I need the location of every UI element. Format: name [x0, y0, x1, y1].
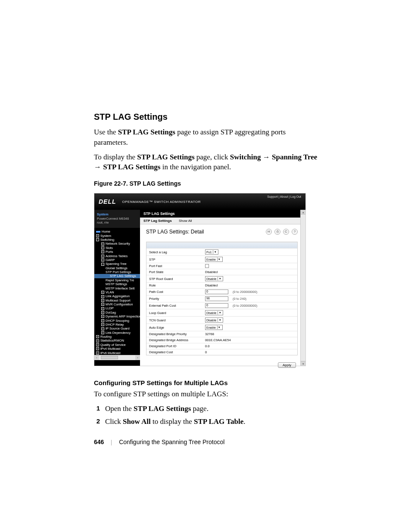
form-row: Loop GuardDisable▾ — [146, 309, 297, 316]
expand-icon[interactable] — [101, 303, 104, 306]
nav-item[interactable]: DHCP Relay — [106, 323, 124, 327]
expand-icon[interactable] — [101, 311, 104, 314]
nav-item[interactable]: Ports — [106, 250, 113, 254]
scroll-down-icon[interactable]: ▾ — [301, 361, 305, 366]
text-input[interactable]: 0 — [205, 303, 228, 308]
form-row: Port StateDisabled — [146, 269, 297, 275]
nav-item[interactable]: Network Security — [106, 242, 130, 246]
subsection-heading: Configuring STP Settings for Multiple LA… — [94, 379, 318, 386]
expand-icon[interactable] — [101, 323, 104, 326]
expand-icon[interactable] — [101, 258, 104, 261]
nav-spanning-tree[interactable]: Spanning Tree — [106, 262, 127, 266]
print-icon[interactable]: ⎙ — [274, 229, 280, 235]
text-bold: Spanning Tree — [272, 153, 317, 161]
expand-icon[interactable] — [101, 255, 104, 258]
nav-item[interactable]: Multicast Support — [106, 299, 131, 302]
readonly-value: 32768 — [205, 332, 214, 336]
expand-icon[interactable] — [96, 343, 99, 346]
checkbox[interactable] — [205, 264, 209, 268]
nav-item[interactable]: Global Settings — [106, 266, 128, 270]
text-bold: Switching — [230, 153, 261, 161]
nav-item[interactable]: DHCP Snooping — [106, 319, 129, 323]
expand-icon[interactable] — [101, 295, 104, 298]
expand-icon[interactable] — [96, 352, 99, 355]
scroll-up-icon[interactable]: ▴ — [301, 210, 305, 215]
nav-item[interactable]: IPv6 Multicast — [100, 351, 121, 355]
text-input[interactable]: 0 — [205, 289, 228, 294]
nav-item[interactable]: GARP — [106, 258, 115, 262]
readonly-value: Disabled — [205, 283, 218, 287]
expand-icon[interactable] — [101, 331, 104, 334]
app-title: OPENMANAGE™ SWITCH ADMINISTRATOR — [122, 200, 201, 204]
expand-icon[interactable] — [101, 315, 104, 318]
tab-stp-lag-settings[interactable]: STP Lag Settings — [143, 219, 172, 223]
nav-item[interactable]: Link Dependency — [106, 331, 131, 335]
expand-icon[interactable] — [96, 347, 99, 350]
nav-item[interactable]: Routing — [100, 335, 112, 339]
nav-item[interactable]: IPv4 Multicast — [100, 347, 121, 351]
form-header-strip — [146, 242, 297, 248]
expand-icon[interactable] — [96, 339, 99, 342]
select-dropdown[interactable]: Disable▾ — [205, 310, 223, 315]
banner-links[interactable]: Support | About | Log Out — [267, 195, 301, 198]
select-dropdown[interactable]: Enable▾ — [205, 325, 223, 330]
nav-item[interactable]: MSTP Settings — [106, 282, 127, 286]
expand-icon[interactable] — [101, 246, 104, 249]
readonly-value: 0 — [205, 350, 207, 354]
select-dropdown[interactable]: Po1▾ — [205, 249, 218, 255]
nav-item[interactable]: STP Port Settings — [106, 270, 131, 274]
vertical-scrollbar[interactable]: ▴ ▾ — [300, 210, 305, 366]
text: page, click — [195, 153, 230, 161]
scroll-right-icon[interactable]: › — [135, 355, 140, 360]
nav-item[interactable]: Rapid Spanning Tre — [106, 278, 134, 282]
nav-item[interactable]: VLAN — [106, 290, 114, 294]
collapse-icon[interactable] — [96, 238, 99, 241]
expand-icon[interactable] — [101, 307, 104, 310]
form-row: STP Root GuardDisable▾ — [146, 275, 297, 282]
nav-item[interactable]: Statistics/RMON — [100, 339, 124, 342]
help-icon[interactable]: ? — [292, 229, 298, 235]
nav-item[interactable]: MSTP Interface Sett — [106, 286, 134, 290]
save-icon[interactable]: H — [266, 229, 272, 235]
nav-item[interactable]: Dot1ag — [106, 311, 116, 314]
nav-item[interactable]: Slots — [106, 246, 113, 250]
readonly-value: 0.0 — [205, 344, 209, 348]
field-label: STP Root Guard — [149, 277, 205, 281]
refresh-icon[interactable]: C — [283, 229, 289, 235]
nav-item[interactable]: LLDP — [106, 306, 114, 310]
form-row: STPEnable▾ — [146, 255, 297, 263]
collapse-icon[interactable] — [101, 263, 104, 266]
nav-system[interactable]: System — [100, 234, 111, 238]
expand-icon[interactable] — [101, 291, 104, 294]
expand-icon[interactable] — [101, 299, 104, 302]
nav-home[interactable]: Home — [102, 230, 110, 233]
expand-icon[interactable] — [101, 327, 104, 330]
text-input[interactable]: 96 — [205, 296, 228, 301]
apply-button[interactable]: Apply — [278, 362, 296, 368]
nav-item[interactable]: MVR Configuration — [106, 302, 133, 306]
scroll-thumb[interactable] — [101, 356, 118, 359]
expand-icon[interactable] — [101, 243, 104, 246]
expand-icon[interactable] — [96, 335, 99, 338]
expand-icon[interactable] — [101, 319, 104, 322]
nav-item[interactable]: Dynamic ARP Inspection — [106, 314, 140, 318]
select-dropdown[interactable]: Enable▾ — [205, 257, 223, 262]
nav-item[interactable]: Address Tables — [106, 254, 128, 258]
horizontal-scrollbar[interactable]: ‹ › — [94, 355, 140, 360]
expand-icon[interactable] — [101, 250, 104, 253]
tab-show-all[interactable]: Show All — [179, 219, 192, 223]
nav-switching[interactable]: Switching — [100, 238, 114, 242]
chapter-title: Configuring the Spanning Tree Protocol — [119, 439, 224, 445]
settings-form: Select a LagPo1▾STPEnable▾Port FastPort … — [146, 242, 298, 355]
scroll-left-icon[interactable]: ‹ — [94, 355, 99, 360]
nav-tree[interactable]: Home System Switching Network Security S… — [94, 228, 140, 355]
step-1: 1 Open the STP LAG Settings page. — [94, 404, 318, 414]
nav-item[interactable]: Quality of Service — [100, 343, 126, 347]
nav-item[interactable]: IP Source Guard — [106, 327, 130, 330]
nav-item[interactable]: Link Aggregation — [106, 294, 130, 298]
select-dropdown[interactable]: Disable▾ — [205, 276, 223, 281]
nav-item-selected[interactable]: STP LAG Settings — [110, 274, 136, 278]
form-row: External Path Cost0(0 to 200000000) — [146, 302, 297, 309]
select-dropdown[interactable]: Disable▾ — [205, 317, 223, 323]
expand-icon[interactable] — [96, 234, 99, 237]
